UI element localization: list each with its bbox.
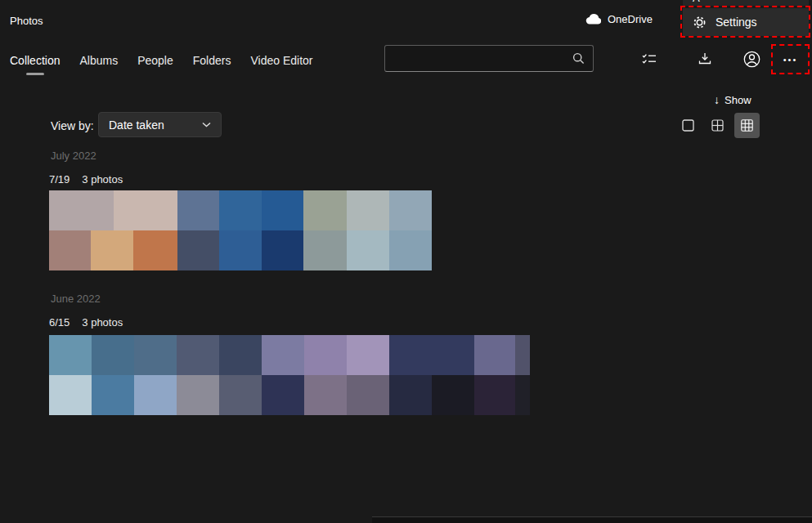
photo-thumbnail[interactable] bbox=[474, 375, 515, 415]
photo-thumbnail[interactable] bbox=[91, 230, 133, 270]
view-by-label: View by: bbox=[51, 119, 94, 132]
tab-video-editor[interactable]: Video Editor bbox=[250, 39, 312, 82]
month-header[interactable]: June 2022 bbox=[51, 293, 101, 305]
nav-tabs: Collection Albums People Folders Video E… bbox=[10, 39, 312, 82]
down-arrow-icon: ↓ bbox=[714, 93, 720, 106]
photo-count: 3 photos bbox=[82, 173, 123, 186]
bottom-window-edge bbox=[372, 516, 812, 523]
photo-thumbnail[interactable] bbox=[389, 190, 432, 230]
photo-thumbnail[interactable] bbox=[219, 230, 262, 270]
select-button[interactable] bbox=[636, 46, 662, 72]
photo-thumbnail[interactable] bbox=[262, 335, 304, 375]
show-button[interactable]: ↓ Show bbox=[714, 93, 751, 106]
settings-label: Settings bbox=[716, 16, 757, 29]
photo-thumbnail[interactable] bbox=[219, 335, 262, 375]
photo-thumbnail[interactable] bbox=[49, 335, 92, 375]
onedrive-cloud-icon bbox=[585, 14, 601, 25]
photo-thumbnail[interactable] bbox=[49, 375, 92, 415]
photo-thumbnail[interactable] bbox=[262, 190, 303, 230]
photo-thumbnail[interactable] bbox=[177, 335, 219, 375]
chevron-down-icon bbox=[202, 122, 211, 127]
view-by-dropdown[interactable]: Date taken bbox=[98, 112, 222, 137]
photo-thumbnail[interactable] bbox=[347, 335, 389, 375]
gear-icon bbox=[693, 16, 707, 29]
photo-thumbnail[interactable] bbox=[389, 335, 474, 375]
search-icon bbox=[572, 52, 593, 65]
grid-2x2-icon bbox=[711, 119, 724, 132]
photo-thumbnail[interactable] bbox=[262, 230, 303, 270]
photo-thumbnail[interactable] bbox=[515, 335, 530, 375]
date-label: 7/19 bbox=[49, 173, 70, 186]
date-row: 6/15 3 photos bbox=[49, 316, 123, 329]
view-large-button[interactable] bbox=[675, 113, 700, 137]
onedrive-label: OneDrive bbox=[608, 13, 653, 25]
photo-thumbnail[interactable] bbox=[177, 230, 219, 270]
photo-thumbnail[interactable] bbox=[389, 230, 432, 270]
photo-thumbnail[interactable] bbox=[92, 335, 134, 375]
photo-thumbnail[interactable] bbox=[49, 230, 91, 270]
app-title: Photos bbox=[10, 15, 43, 27]
show-label: Show bbox=[725, 94, 751, 106]
photo-thumbnail[interactable] bbox=[92, 375, 134, 415]
photo-group-mosaic[interactable] bbox=[49, 335, 530, 415]
date-label: 6/15 bbox=[49, 316, 70, 329]
photo-thumbnail[interactable] bbox=[262, 375, 304, 415]
flyout-partial-item[interactable]: A bbox=[683, 0, 809, 6]
square-outline-icon bbox=[682, 119, 694, 132]
photo-thumbnail[interactable] bbox=[347, 190, 389, 230]
photo-thumbnail[interactable] bbox=[134, 375, 177, 415]
person-icon bbox=[743, 51, 760, 68]
month-header[interactable]: July 2022 bbox=[51, 150, 96, 162]
photo-thumbnail[interactable] bbox=[177, 190, 219, 230]
date-row: 7/19 3 photos bbox=[49, 173, 123, 186]
import-icon bbox=[698, 52, 711, 65]
photo-thumbnail[interactable] bbox=[474, 335, 515, 375]
photo-thumbnail[interactable] bbox=[304, 375, 347, 415]
tab-folders[interactable]: Folders bbox=[193, 39, 231, 82]
photo-thumbnail[interactable] bbox=[432, 375, 474, 415]
photo-thumbnail[interactable] bbox=[219, 190, 262, 230]
tab-collection[interactable]: Collection bbox=[10, 39, 60, 82]
photo-thumbnail[interactable] bbox=[303, 190, 347, 230]
grid-3x3-icon bbox=[741, 119, 753, 132]
search-box bbox=[384, 45, 594, 72]
photo-thumbnail[interactable] bbox=[303, 230, 347, 270]
photo-group-mosaic[interactable] bbox=[49, 190, 432, 270]
view-small-button[interactable] bbox=[734, 113, 760, 138]
photo-thumbnail[interactable] bbox=[347, 375, 389, 415]
tab-people[interactable]: People bbox=[137, 39, 173, 82]
photo-thumbnail[interactable] bbox=[114, 190, 177, 230]
photo-thumbnail[interactable] bbox=[49, 190, 114, 230]
view-medium-button[interactable] bbox=[705, 113, 729, 137]
photo-thumbnail[interactable] bbox=[347, 230, 389, 270]
photo-thumbnail[interactable] bbox=[134, 335, 177, 375]
photo-thumbnail[interactable] bbox=[177, 375, 219, 415]
photo-thumbnail[interactable] bbox=[133, 230, 177, 270]
photo-thumbnail[interactable] bbox=[304, 335, 347, 375]
account-avatar-button[interactable] bbox=[738, 46, 765, 72]
onedrive-button[interactable]: OneDrive bbox=[585, 13, 653, 25]
settings-menu: Settings bbox=[683, 8, 809, 36]
import-button[interactable] bbox=[692, 46, 718, 72]
photo-thumbnail[interactable] bbox=[219, 375, 262, 415]
settings-menu-item[interactable]: Settings bbox=[683, 8, 809, 36]
photo-count: 3 photos bbox=[82, 316, 123, 329]
tab-albums[interactable]: Albums bbox=[79, 39, 118, 82]
view-by-value: Date taken bbox=[109, 118, 164, 132]
photo-thumbnail[interactable] bbox=[515, 375, 530, 415]
see-more-button[interactable]: ••• bbox=[774, 47, 807, 72]
select-checklist-icon bbox=[642, 53, 657, 65]
search-input[interactable] bbox=[385, 52, 572, 65]
photo-thumbnail[interactable] bbox=[389, 375, 432, 415]
